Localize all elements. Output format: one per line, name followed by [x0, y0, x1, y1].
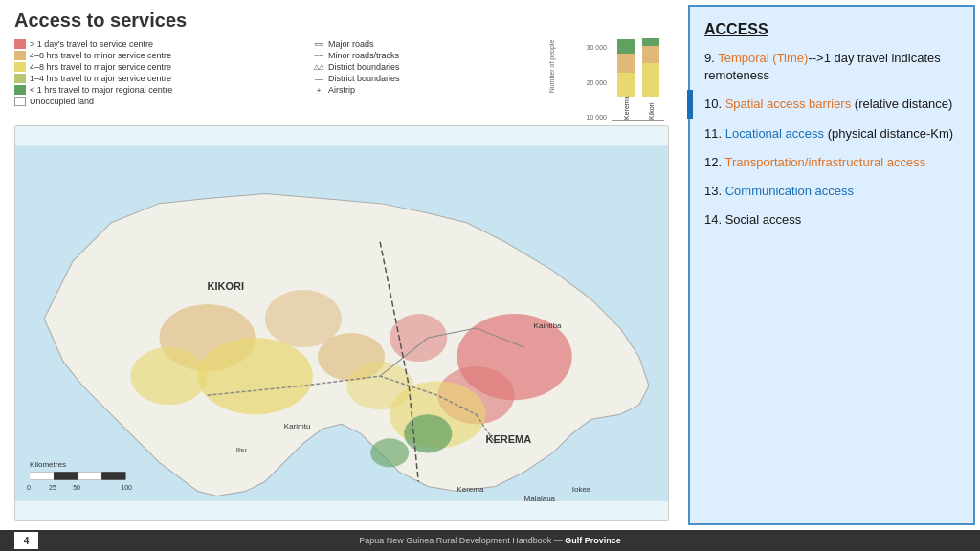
access-item-9: 9. Temporal (Time)-->1 day travel indica…: [704, 50, 959, 84]
bar-stack: [617, 39, 635, 97]
footer: 4 Papua New Guinea Rural Development Han…: [0, 530, 980, 551]
access-item-11: 11. Locational access (physical distance…: [704, 125, 959, 143]
map-svg: KIKORI KEREMA Ibu Karimtu Kerema Kerema …: [15, 126, 668, 520]
svg-text:Malalaua: Malalaua: [524, 495, 556, 503]
y-axis-label: 20 000: [568, 79, 607, 86]
bar-chart: Kerema Kikori: [612, 44, 664, 121]
svg-rect-25: [78, 472, 101, 479]
svg-text:Ibu: Ibu: [236, 446, 247, 454]
access-item-14: 14. Social access: [704, 211, 959, 229]
legend-label: 1–4 hrs travel to major service centre: [30, 74, 171, 83]
legend-symbol-item: + Airstrip: [313, 85, 602, 95]
legend-color-swatch: [14, 74, 26, 83]
legend-item: < 1 hrs travel to major regional centre: [14, 85, 303, 95]
item-number: 12.: [704, 155, 724, 169]
legend-symbol-item: △△ District boundaries: [313, 62, 602, 72]
legend: > 1 day's travel to service centre 4–8 h…: [14, 39, 303, 108]
svg-point-8: [130, 347, 207, 405]
y-axis-labels: 30 000 20 000 10 000: [568, 44, 607, 121]
footer-logo: 4: [14, 532, 38, 549]
item-number: 13.: [704, 184, 725, 198]
svg-text:25: 25: [49, 484, 56, 491]
item-highlight: Communication access: [725, 184, 854, 198]
item-number: 14.: [704, 212, 725, 227]
legend-symbol: +: [313, 85, 324, 95]
footer-citation: Papua New Guinea Rural Development Handb…: [359, 536, 621, 545]
legend-symbol-item: ~~ Minor roads/tracks: [313, 51, 602, 60]
legend-area: > 1 day's travel to service centre 4–8 h…: [14, 39, 669, 121]
footer-citation-bold: Gulf Province: [565, 536, 621, 545]
item-number: 10.: [704, 97, 725, 111]
legend-symbol-label: Minor roads/tracks: [328, 51, 399, 60]
item-rest: Social access: [725, 212, 801, 227]
legend-label: 4–8 hrs travel to minor service centre: [30, 51, 171, 60]
svg-text:Kerema: Kerema: [457, 485, 484, 494]
access-item-12: 12. Transportation/infrastructural acces…: [704, 154, 959, 171]
svg-text:Kaintiba: Kaintiba: [534, 321, 563, 330]
legend-item: 4–8 hrs travel to major service centre: [14, 62, 303, 72]
legend-symbol-item: — District boundaries: [313, 74, 602, 83]
map-area: KIKORI KEREMA Ibu Karimtu Kerema Kerema …: [14, 125, 669, 521]
access-item-13: 13. Communication access: [704, 183, 959, 200]
legend-label: Unoccupied land: [30, 97, 94, 106]
item-number: 9.: [704, 51, 718, 65]
bar-chart-container: 30 000 20 000 10 000 Number of people: [612, 44, 664, 121]
legend-symbol: ≈≈: [313, 39, 324, 49]
item-highlight: Locational access: [725, 126, 824, 141]
item-highlight: Temporal (Time): [718, 51, 808, 65]
bar-segment: [617, 39, 635, 54]
legend-color-swatch: [14, 97, 26, 106]
legend-color-swatch: [14, 85, 26, 95]
bar-segment: [617, 54, 635, 73]
item-highlight: Transportation/infrastructural access: [724, 155, 925, 169]
legend-item: Unoccupied land: [14, 97, 303, 106]
access-panel-title: ACCESS: [704, 21, 959, 38]
bar-stack: [642, 38, 659, 97]
svg-text:100: 100: [121, 484, 132, 491]
svg-point-7: [198, 338, 313, 414]
page-title: Access to services: [14, 10, 669, 32]
svg-text:Kilometres: Kilometres: [30, 460, 66, 469]
svg-point-11: [404, 414, 452, 452]
svg-rect-23: [30, 472, 54, 479]
svg-rect-26: [101, 472, 125, 479]
legend-color-swatch: [14, 51, 26, 60]
item-rest: (relative distance): [851, 97, 952, 111]
legend-symbol-label: District boundaries: [328, 62, 400, 72]
legend-item: > 1 day's travel to service centre: [14, 39, 303, 49]
legend-symbol-label: Airstrip: [328, 85, 355, 95]
legend-item: 1–4 hrs travel to major service centre: [14, 74, 303, 83]
svg-text:KIKORI: KIKORI: [208, 280, 245, 292]
bar-x-label: Kerema: [623, 99, 630, 120]
bar-segment: [642, 46, 659, 63]
legend-item: 4–8 hrs travel to minor service centre: [14, 51, 303, 60]
bar-group-kikori: Kikori: [642, 38, 659, 120]
access-item-10: 10. Spatial access barriers (relative di…: [704, 96, 959, 113]
svg-text:Karimtu: Karimtu: [284, 422, 311, 430]
bar-group-kerema: Kerema: [617, 39, 635, 120]
item-highlight: Spatial access barriers: [725, 97, 852, 111]
svg-text:0: 0: [27, 484, 31, 491]
bar-segment: [642, 38, 659, 46]
legend-label: > 1 day's travel to service centre: [30, 39, 153, 49]
svg-point-12: [370, 438, 409, 467]
footer-citation-text: Papua New Guinea Rural Development Handb…: [359, 536, 565, 545]
legend-symbol-label: Major roads: [328, 39, 374, 49]
legend-symbol: ~~: [313, 51, 324, 60]
legend-label: < 1 hrs travel to major regional centre: [30, 85, 172, 95]
y-axis-label: 30 000: [568, 44, 607, 51]
map-container: > 1 day's travel to service centre 4–8 h…: [14, 39, 669, 521]
legend-label: 4–8 hrs travel to major service centre: [30, 62, 171, 72]
svg-rect-24: [54, 472, 78, 479]
y-axis-title: Number of people: [548, 40, 555, 94]
y-axis-label: 10 000: [568, 114, 607, 121]
bar-segment: [617, 73, 635, 97]
svg-text:KEREMA: KEREMA: [485, 433, 531, 445]
svg-text:50: 50: [73, 484, 80, 491]
svg-point-3: [390, 314, 447, 362]
legend-color-swatch: [14, 39, 26, 49]
legend-symbol-label: District boundaries: [328, 74, 400, 83]
svg-text:Iokea: Iokea: [572, 485, 591, 494]
bar-x-label: Kikori: [648, 99, 655, 120]
legend-symbol: —: [313, 74, 324, 83]
